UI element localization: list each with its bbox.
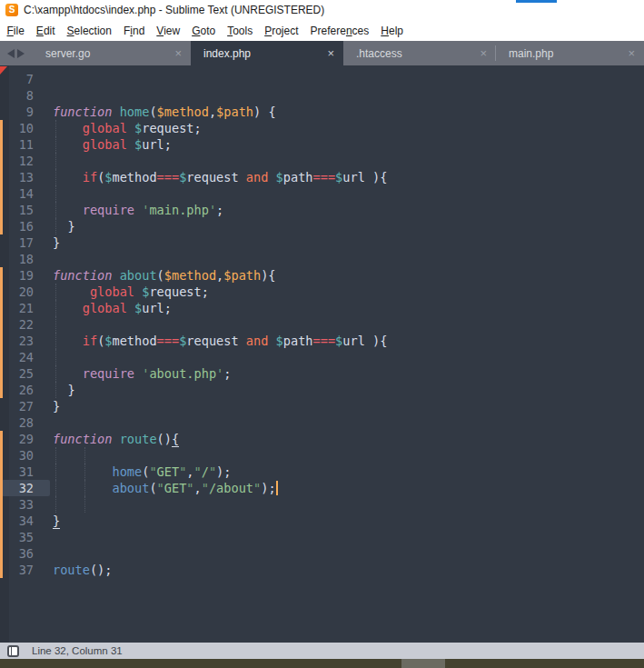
code-line-35: 35 xyxy=(0,529,644,545)
line-number: 24 xyxy=(0,349,34,365)
line-number: 36 xyxy=(0,545,34,562)
line-number: 25 xyxy=(0,365,34,382)
indent-guide xyxy=(55,316,56,333)
close-tab-icon[interactable]: × xyxy=(480,41,487,65)
title-bar: S C:\xampp\htdocs\index.php - Sublime Te… xyxy=(0,0,644,20)
indent-guide xyxy=(55,447,56,464)
line-number: 16 xyxy=(0,218,34,234)
code-line-15: 15 require 'main.php'; xyxy=(0,202,644,218)
indent-guide xyxy=(84,447,85,464)
code-line-30: 30 xyxy=(0,447,644,464)
tab-index.php[interactable]: index.php× xyxy=(191,41,343,65)
modified-lines-marker xyxy=(0,431,3,578)
code-line-13: 13 if($method===$request and $path===$ur… xyxy=(0,169,644,185)
taskbar-segment xyxy=(401,659,445,668)
indent-guide xyxy=(55,185,56,202)
prev-tab-icon[interactable] xyxy=(7,49,15,58)
code-line-32: 32 about("GET","/about"); xyxy=(0,480,644,496)
modified-lines-marker xyxy=(0,120,3,234)
line-number: 14 xyxy=(0,185,34,202)
line-number: 26 xyxy=(0,382,34,398)
line-number: 10 xyxy=(0,120,34,136)
code-line-20: 20 global $request; xyxy=(0,284,644,300)
panel-toggle-icon[interactable] xyxy=(7,645,19,657)
line-number: 12 xyxy=(0,153,34,169)
line-number: 9 xyxy=(0,104,34,120)
line-number: 32 xyxy=(0,480,34,496)
line-number: 8 xyxy=(0,87,34,104)
line-number: 18 xyxy=(0,251,34,267)
code-line-17: 17} xyxy=(0,234,644,251)
tab-server.go[interactable]: server.go× xyxy=(33,41,191,65)
editor[interactable]: 789function home($method,$path) {10 glob… xyxy=(0,65,644,643)
line-number: 30 xyxy=(0,447,34,464)
next-tab-icon[interactable] xyxy=(17,49,25,58)
line-number: 22 xyxy=(0,316,34,333)
code-line-19: 19function about($method,$path){ xyxy=(0,267,644,284)
line-number: 19 xyxy=(0,267,34,284)
line-number: 31 xyxy=(0,464,34,480)
menu-goto[interactable]: Goto xyxy=(186,25,222,37)
code-line-27: 27} xyxy=(0,398,644,414)
taskbar-strip xyxy=(0,659,644,668)
indent-guide xyxy=(55,349,56,365)
line-number: 11 xyxy=(0,136,34,153)
code-line-26: 26 } xyxy=(0,382,644,398)
code-line-14: 14 xyxy=(0,185,644,202)
close-tab-icon[interactable]: × xyxy=(327,41,334,65)
line-number: 13 xyxy=(0,169,34,185)
code-line-11: 11 global $url; xyxy=(0,136,644,153)
line-number: 37 xyxy=(0,562,34,578)
code-line-33: 33 xyxy=(0,496,644,513)
menu-preferences[interactable]: Preferences xyxy=(304,25,375,37)
menu-edit[interactable]: Edit xyxy=(30,25,61,37)
line-number: 21 xyxy=(0,300,34,316)
menu-file[interactable]: File xyxy=(1,25,30,37)
code-line-37: 37route(); xyxy=(0,562,644,578)
tab-main.php[interactable]: main.php× xyxy=(496,41,644,65)
code-line-28: 28 xyxy=(0,414,644,431)
close-tab-icon[interactable]: × xyxy=(174,41,182,65)
line-number: 28 xyxy=(0,414,34,431)
menu-help[interactable]: Help xyxy=(375,25,410,37)
menu-bar: FileEditSelectionFindViewGotoToolsProjec… xyxy=(1,20,644,41)
code-line-9: 9function home($method,$path) { xyxy=(0,104,644,120)
tab-label: main.php xyxy=(509,47,553,60)
code-line-12: 12 xyxy=(0,153,644,169)
tab-.htaccess[interactable]: .htaccess× xyxy=(343,41,496,65)
caret-position: Line 32, Column 31 xyxy=(32,643,123,659)
code-line-36: 36 xyxy=(0,545,644,562)
code-line-16: 16 } xyxy=(0,218,644,234)
code-line-8: 8 xyxy=(0,87,644,104)
line-number: 17 xyxy=(0,234,34,251)
menu-selection[interactable]: Selection xyxy=(61,25,117,37)
tab-label: server.go xyxy=(45,47,90,60)
code-line-18: 18 xyxy=(0,251,644,267)
line-number: 23 xyxy=(0,333,34,349)
menu-tools[interactable]: Tools xyxy=(222,25,259,37)
indent-guide xyxy=(84,496,85,513)
menu-find[interactable]: Find xyxy=(117,25,150,37)
code-line-24: 24 xyxy=(0,349,644,365)
close-tab-icon[interactable]: × xyxy=(628,41,635,65)
code-line-31: 31 home("GET","/"); xyxy=(0,464,644,480)
indent-guide xyxy=(55,153,56,169)
code-line-29: 29function route(){ xyxy=(0,431,644,447)
line-number: 20 xyxy=(0,284,34,300)
menu-view[interactable]: View xyxy=(151,25,186,37)
line-number: 33 xyxy=(0,496,34,513)
indent-guide xyxy=(55,496,56,513)
menu-project[interactable]: Project xyxy=(259,25,304,37)
text-cursor xyxy=(276,481,278,495)
window-title: C:\xampp\htdocs\index.php - Sublime Text… xyxy=(24,0,324,20)
code-line-34: 34} xyxy=(0,513,644,529)
code-line-10: 10 global $request; xyxy=(0,120,644,136)
tab-nav-arrows xyxy=(7,41,25,65)
line-number: 15 xyxy=(0,202,34,218)
tab-label: index.php xyxy=(203,47,251,60)
code-line-21: 21 global $url; xyxy=(0,300,644,316)
status-bar: Line 32, Column 31 xyxy=(0,643,644,659)
line-number: 35 xyxy=(0,529,34,545)
background-window-sliver xyxy=(516,0,557,3)
code-line-22: 22 xyxy=(0,316,644,333)
